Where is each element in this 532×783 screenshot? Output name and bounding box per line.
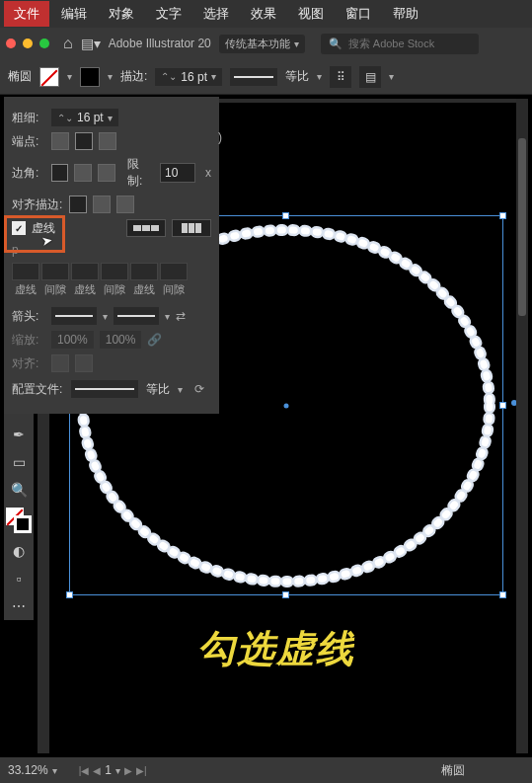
home-icon[interactable]: ⌂ [63,35,73,52]
dash-input-2[interactable] [71,263,99,280]
dash-align-preserve-icon[interactable] [126,219,166,237]
dash-input-3[interactable] [130,263,158,280]
chevron-down-icon[interactable]: ▾ [178,384,183,395]
dash-align-corners-icon[interactable] [172,219,211,237]
artboard-tool-icon[interactable]: ▭ [4,448,34,476]
close-icon[interactable] [6,39,16,48]
dash-input-1[interactable] [12,263,39,280]
resize-handle[interactable] [282,591,289,598]
maximize-icon[interactable] [39,39,49,48]
menu-file[interactable]: 文件 [4,1,49,27]
corner-bevel-icon[interactable] [98,164,115,182]
menu-help[interactable]: 帮助 [383,1,428,27]
menu-view[interactable]: 视图 [288,1,334,27]
dash-label: 虚线 [71,282,99,297]
opacity-icon[interactable]: ▤ [359,66,381,88]
resize-handle[interactable] [499,402,506,409]
resize-handle[interactable] [282,212,289,219]
resize-handle[interactable] [499,212,506,219]
align-arrow-tip-icon [51,354,69,372]
menu-window[interactable]: 窗口 [336,1,381,27]
corner-miter-icon[interactable] [51,164,69,182]
paintbrush-tool-icon[interactable]: ✒ [4,421,34,448]
stroke-dropdown-icon[interactable]: ▾ [108,71,113,82]
menu-edit[interactable]: 编辑 [51,1,97,27]
prev-artboard-icon[interactable]: ◀ [93,765,101,776]
resize-handle[interactable] [66,591,73,598]
align-center-icon[interactable] [69,196,87,213]
artboard-navigation: |◀ ◀ 1 ▾ ▶ ▶| [79,763,147,777]
menu-effect[interactable]: 效果 [241,1,286,27]
fill-swatch[interactable] [39,67,59,87]
weight-stepper[interactable]: ⌃⌄ 16 pt ▾ [51,109,118,126]
chevron-down-icon[interactable]: ▾ [115,765,120,776]
window-controls [6,39,49,48]
workspace-label: 传统基本功能 [225,37,290,51]
chevron-down-icon[interactable]: ▾ [165,311,170,322]
gap-input-1[interactable] [41,263,69,280]
search-placeholder: 搜索 Adobe Stock [348,37,434,51]
last-artboard-icon[interactable]: ▶| [136,765,147,776]
arrange-documents-icon[interactable]: ▤▾ [81,36,101,51]
swap-arrows-icon[interactable]: ⇄ [176,309,186,323]
center-point-icon [284,403,289,408]
limit-label: 限制: [127,156,154,190]
dash-gap-labels: 虚线 间隙 虚线 间隙 虚线 间隙 [12,282,211,297]
workspace-switcher[interactable]: 传统基本功能 ▾ [219,35,305,53]
profile-swatch[interactable] [71,380,138,398]
menu-select[interactable]: 选择 [193,1,239,27]
weight-label: 粗细: [12,110,45,126]
stepper-chev-icon: ⌃⌄ [57,113,73,123]
screen-mode-icon[interactable]: ▫ [4,565,34,592]
control-bar: 椭圆 ▾ ▾ 描边: ⌃⌄ 16 pt ▾ 等比 ▾ ⠿ ▤ ▾ [0,59,532,95]
minimize-icon[interactable] [23,39,33,48]
chevron-down-icon: ▾ [52,765,57,776]
variable-width-profile[interactable] [230,68,277,86]
flip-profile-icon[interactable]: ⟳ [194,382,204,396]
edit-toolbar-icon[interactable]: ⋯ [4,592,34,620]
scrollbar-thumb[interactable] [518,138,526,316]
chevron-down-icon[interactable]: ▾ [103,311,108,322]
zoom-level[interactable]: 33.12% ▾ [8,763,57,777]
menubar: 文件 编辑 对象 文字 选择 效果 视图 窗口 帮助 [0,0,532,28]
chevron-down-icon[interactable]: ▾ [317,71,322,82]
menu-object[interactable]: 对象 [99,1,144,27]
selection-status[interactable]: 椭圆 [441,762,465,779]
profile-name: 等比 [146,381,170,398]
cap-projecting-icon[interactable] [99,132,116,150]
arrowhead-start[interactable] [51,307,97,325]
artboard-number[interactable]: 1 [105,763,112,777]
cap-round-icon[interactable] [75,132,93,150]
zoom-tool-icon[interactable]: 🔍 [4,476,34,504]
dashed-line-checkbox[interactable]: ✓ [12,221,26,235]
fill-dropdown-icon[interactable]: ▾ [67,71,72,82]
gap-label: 间隙 [101,282,128,297]
align-outside-icon[interactable] [116,196,134,213]
brush-definition-icon[interactable]: ⠿ [330,66,351,88]
arrowheads-label: 箭头: [12,308,45,325]
appbar: ⌂ ▤▾ Adobe Illustrator 20 传统基本功能 ▾ 🔍 搜索 … [0,28,532,59]
scrollbar-vertical[interactable] [516,99,528,753]
corner-round-icon[interactable] [74,164,92,182]
limit-x-label: x [205,166,211,180]
resize-handle[interactable] [499,591,506,598]
chevron-down-icon[interactable]: ▾ [389,71,394,82]
fill-stroke-indicator[interactable] [6,508,32,533]
cap-butt-icon[interactable] [51,132,69,150]
stroke-swatch[interactable] [80,67,100,87]
first-artboard-icon[interactable]: |◀ [79,765,90,776]
search-input[interactable]: 🔍 搜索 Adobe Stock [321,34,479,54]
miter-limit-input[interactable] [160,163,195,183]
arrowhead-end[interactable] [114,307,159,325]
menu-type[interactable]: 文字 [146,1,191,27]
dash-label: 虚线 [12,282,39,297]
color-mode-icon[interactable]: ◐ [4,537,34,565]
stroke-weight-stepper[interactable]: ⌃⌄ 16 pt ▾ [155,68,222,86]
chevron-down-icon: ▾ [211,71,216,82]
gap-input-3[interactable] [160,263,188,280]
zoom-value: 33.12% [8,763,48,777]
align-inside-icon[interactable] [93,196,111,213]
gap-input-2[interactable] [101,263,128,280]
stroke-indicator-icon[interactable] [14,515,32,533]
next-artboard-icon[interactable]: ▶ [124,765,132,776]
